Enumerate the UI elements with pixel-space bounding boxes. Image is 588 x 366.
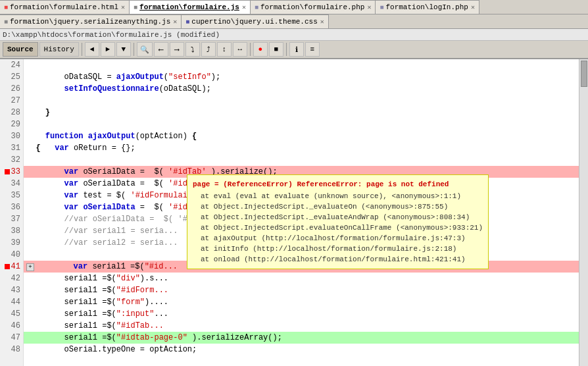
close-tab-cupertino[interactable]: ✕ bbox=[320, 18, 324, 26]
stack-line-5: at initInfo (http://localhost/formation/… bbox=[193, 244, 483, 254]
separator-2 bbox=[134, 43, 134, 56]
ln-39: 39 bbox=[0, 237, 23, 249]
ln-42: 42 bbox=[0, 273, 23, 284]
btn7[interactable]: ↕ bbox=[217, 42, 232, 57]
code-line-44: serial1 =$("form").... bbox=[24, 296, 579, 308]
stack-line-1: at Object.InjectedScript._evaluateOn (<a… bbox=[193, 201, 483, 212]
close-tab-login[interactable]: ✕ bbox=[471, 3, 475, 11]
ln-43: 43 bbox=[0, 284, 23, 296]
close-tab-php[interactable]: ✕ bbox=[367, 3, 371, 11]
ln-24: 24 bbox=[0, 59, 23, 71]
error-popup: page = (ReferenceError) ReferenceError: … bbox=[187, 174, 489, 269]
code-line-31: { var oReturn = {}; bbox=[24, 142, 579, 154]
stop-btn[interactable]: ■ bbox=[269, 42, 283, 57]
ln-35: 35 bbox=[0, 190, 23, 201]
scroll-thumb[interactable] bbox=[581, 61, 587, 87]
tab-cupertino-css[interactable]: ■ cupertino\jquery.ui.theme.css ✕ bbox=[182, 14, 328, 29]
btn3[interactable]: ⟵ bbox=[154, 42, 168, 57]
ln-36: 36 bbox=[0, 201, 23, 213]
code-line-45: serial1 =$(":input"... bbox=[24, 308, 579, 320]
code-line-26: setInfoQuestionnaire(oDataSQL); bbox=[24, 83, 579, 95]
toolbar: Source History ◄ ► ▼ 🔍 ⟵ ⟶ ⤵ ⤴ ↕ ↔ ● ■ ℹ… bbox=[0, 41, 588, 59]
tab-login-php[interactable]: ■ formation\logIn.php ✕ bbox=[376, 0, 479, 14]
code-line-29 bbox=[24, 118, 579, 130]
forward-button[interactable]: ► bbox=[101, 42, 115, 57]
code-area: 24 25 26 27 28 29 30 31 32 33 34 35 36 3… bbox=[0, 59, 588, 366]
ln-47: 47 bbox=[0, 332, 23, 344]
line-numbers: 24 25 26 27 28 29 30 31 32 33 34 35 36 3… bbox=[0, 59, 24, 366]
js-icon2: ■ bbox=[4, 18, 8, 26]
code-line-43: serial1 =$("#idForm... bbox=[24, 284, 579, 296]
separator-4 bbox=[286, 43, 287, 56]
ln-34: 34 bbox=[0, 178, 23, 190]
css-icon: ■ bbox=[185, 18, 189, 26]
php-icon2: ■ bbox=[380, 4, 383, 11]
history-button[interactable]: History bbox=[39, 42, 79, 57]
ln-26: 26 bbox=[0, 83, 23, 95]
btn6[interactable]: ⤴ bbox=[201, 42, 216, 57]
code-line-30: function ajaxOutput(optAction) { bbox=[24, 130, 579, 142]
source-button[interactable]: Source bbox=[3, 42, 38, 57]
stack-line-0: at eval (eval at evaluate (unknown sourc… bbox=[193, 191, 483, 201]
code-line-48: oSerial.typeOne = optAction; bbox=[24, 344, 579, 355]
stack-line-4: at ajaxOutput (http://localhost/formatio… bbox=[193, 233, 483, 244]
btn5[interactable]: ⤵ bbox=[185, 42, 200, 57]
ln-45: 45 bbox=[0, 308, 23, 320]
tab-jquery-serialize[interactable]: ■ formation\jquery.serializeanything.js … bbox=[0, 14, 182, 29]
ln-27: 27 bbox=[0, 95, 23, 107]
ln-25: 25 bbox=[0, 71, 23, 83]
js-icon: ■ bbox=[134, 4, 137, 11]
code-line-47: serial1 =$("#idtab-page-0" ).serializeAr… bbox=[24, 332, 579, 344]
search-btn[interactable]: 🔍 bbox=[137, 42, 153, 57]
dropdown-btn[interactable]: ▼ bbox=[116, 42, 131, 57]
stack-line-2: at Object.InjectedScript._evaluateAndWra… bbox=[193, 212, 483, 222]
error-title: page = (ReferenceError) ReferenceError: … bbox=[193, 179, 483, 190]
ln-32: 32 bbox=[0, 154, 23, 166]
log-btn[interactable]: ≡ bbox=[305, 42, 320, 57]
ln-28: 28 bbox=[0, 107, 23, 118]
close-tab-js[interactable]: ✕ bbox=[242, 3, 246, 11]
btn8[interactable]: ↔ bbox=[233, 42, 247, 57]
code-line-24 bbox=[24, 59, 579, 71]
code-line-25: oDataSQL = ajaxOutput("setInfo"); bbox=[24, 71, 579, 83]
ln-40: 40 bbox=[0, 249, 23, 261]
code-line-46: serial1 =$("#idTab... bbox=[24, 320, 579, 332]
code-line-32 bbox=[24, 154, 579, 166]
php-icon: ■ bbox=[255, 4, 258, 11]
tab-bar-second: ■ formation\jquery.serializeanything.js … bbox=[0, 14, 588, 29]
tab-formulaire-js[interactable]: ■ formation\formulaire.js ✕ bbox=[130, 0, 251, 14]
back-button[interactable]: ◄ bbox=[85, 42, 99, 57]
path-text: D:\xampp\htdocs\formation\formulaire.js … bbox=[3, 31, 220, 39]
tab-formulaire-php[interactable]: ■ formation\formulaire.php ✕ bbox=[251, 0, 376, 14]
expand-line-41[interactable]: + bbox=[26, 263, 34, 271]
info-btn[interactable]: ℹ bbox=[289, 42, 304, 57]
btn4[interactable]: ⟶ bbox=[170, 42, 184, 57]
tab-bar-top: ■ formation\formulaire.html ✕ ■ formatio… bbox=[0, 0, 588, 14]
html-icon: ■ bbox=[4, 4, 8, 11]
ln-31: 31 bbox=[0, 142, 23, 154]
code-line-28: } bbox=[24, 107, 579, 118]
run-btn[interactable]: ● bbox=[253, 42, 268, 57]
close-tab-serialize[interactable]: ✕ bbox=[173, 18, 177, 26]
ln-48: 48 bbox=[0, 344, 23, 355]
path-bar: D:\xampp\htdocs\formation\formulaire.js … bbox=[0, 29, 588, 41]
ln-33: 33 bbox=[0, 166, 23, 178]
vertical-scrollbar[interactable] bbox=[579, 59, 588, 366]
close-tab-html[interactable]: ✕ bbox=[121, 3, 125, 11]
code-content[interactable]: oDataSQL = ajaxOutput("setInfo"); setInf… bbox=[24, 59, 579, 366]
ln-37: 37 bbox=[0, 213, 23, 225]
code-line-27 bbox=[24, 95, 579, 107]
ln-29: 29 bbox=[0, 118, 23, 130]
stack-line-6: at onload (http://localhost/formation/fo… bbox=[193, 254, 483, 265]
separator-1 bbox=[82, 43, 82, 56]
ln-44: 44 bbox=[0, 296, 23, 308]
ln-30: 30 bbox=[0, 130, 23, 142]
ln-38: 38 bbox=[0, 225, 23, 237]
tab-formulaire-html[interactable]: ■ formation\formulaire.html ✕ bbox=[0, 0, 130, 14]
ln-46: 46 bbox=[0, 320, 23, 332]
code-line-42: serial1 =$("div").s... bbox=[24, 273, 579, 284]
separator-3 bbox=[250, 43, 251, 56]
ln-41: 41 bbox=[0, 261, 23, 273]
stack-line-3: at Object.InjectedScript.evaluateOnCallF… bbox=[193, 222, 483, 233]
